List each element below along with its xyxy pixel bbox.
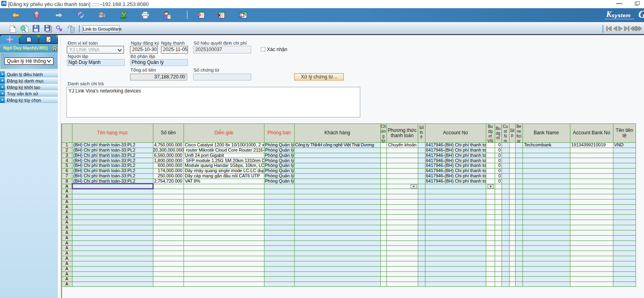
- svg-text:?: ?: [168, 15, 170, 19]
- svg-text:L: L: [240, 13, 243, 17]
